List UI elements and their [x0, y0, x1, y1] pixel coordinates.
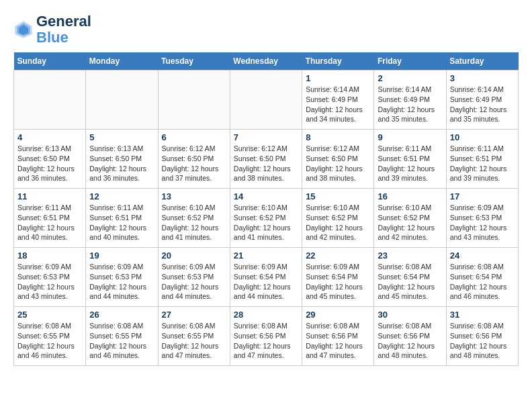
day-detail: Sunrise: 6:14 AM Sunset: 6:49 PM Dayligh… — [378, 85, 442, 124]
day-detail: Sunrise: 6:08 AM Sunset: 6:56 PM Dayligh… — [306, 321, 370, 361]
day-detail: Sunrise: 6:10 AM Sunset: 6:52 PM Dayligh… — [234, 203, 298, 242]
calendar-cell: 11Sunrise: 6:11 AM Sunset: 6:51 PM Dayli… — [14, 189, 86, 248]
weekday-header-thursday: Thursday — [302, 52, 374, 71]
calendar-cell: 18Sunrise: 6:09 AM Sunset: 6:53 PM Dayli… — [14, 248, 86, 307]
day-number: 31 — [450, 310, 515, 320]
logo-line1: General — [36, 13, 91, 30]
day-detail: Sunrise: 6:14 AM Sunset: 6:49 PM Dayligh… — [450, 85, 515, 124]
logo-icon — [13, 19, 34, 40]
calendar-cell: 29Sunrise: 6:08 AM Sunset: 6:56 PM Dayli… — [302, 307, 374, 366]
day-number: 30 — [378, 310, 442, 320]
day-number: 10 — [450, 132, 515, 142]
day-number: 16 — [378, 191, 442, 201]
day-detail: Sunrise: 6:13 AM Sunset: 6:50 PM Dayligh… — [17, 144, 82, 183]
calendar-cell: 1Sunrise: 6:14 AM Sunset: 6:49 PM Daylig… — [302, 71, 374, 130]
week-row-1: 1Sunrise: 6:14 AM Sunset: 6:49 PM Daylig… — [14, 71, 519, 130]
day-detail: Sunrise: 6:08 AM Sunset: 6:56 PM Dayligh… — [378, 321, 442, 361]
weekday-header-row: SundayMondayTuesdayWednesdayThursdayFrid… — [14, 52, 519, 71]
day-detail: Sunrise: 6:11 AM Sunset: 6:51 PM Dayligh… — [450, 144, 515, 183]
week-row-4: 18Sunrise: 6:09 AM Sunset: 6:53 PM Dayli… — [14, 248, 519, 307]
week-row-5: 25Sunrise: 6:08 AM Sunset: 6:55 PM Dayli… — [14, 307, 519, 366]
weekday-header-friday: Friday — [374, 52, 446, 71]
day-number: 3 — [450, 73, 515, 83]
calendar-cell: 8Sunrise: 6:12 AM Sunset: 6:50 PM Daylig… — [302, 130, 374, 189]
weekday-header-wednesday: Wednesday — [230, 52, 302, 71]
calendar-cell: 31Sunrise: 6:08 AM Sunset: 6:56 PM Dayli… — [446, 307, 518, 366]
day-detail: Sunrise: 6:13 AM Sunset: 6:50 PM Dayligh… — [89, 144, 154, 183]
day-number: 27 — [162, 310, 226, 320]
calendar-cell: 26Sunrise: 6:08 AM Sunset: 6:55 PM Dayli… — [86, 307, 158, 366]
calendar-cell: 9Sunrise: 6:11 AM Sunset: 6:51 PM Daylig… — [374, 130, 446, 189]
day-number: 1 — [306, 73, 370, 83]
day-number: 7 — [234, 132, 298, 142]
day-number: 6 — [162, 132, 226, 142]
day-detail: Sunrise: 6:09 AM Sunset: 6:53 PM Dayligh… — [89, 262, 154, 302]
calendar-cell: 4Sunrise: 6:13 AM Sunset: 6:50 PM Daylig… — [14, 130, 86, 189]
day-number: 11 — [17, 191, 82, 201]
day-number: 21 — [234, 250, 298, 261]
page-header: General Blue — [13, 13, 519, 46]
day-number: 4 — [17, 132, 82, 142]
calendar-cell: 10Sunrise: 6:11 AM Sunset: 6:51 PM Dayli… — [446, 130, 518, 189]
week-row-3: 11Sunrise: 6:11 AM Sunset: 6:51 PM Dayli… — [14, 189, 519, 248]
calendar-cell: 15Sunrise: 6:10 AM Sunset: 6:52 PM Dayli… — [302, 189, 374, 248]
day-number: 23 — [378, 250, 442, 261]
day-detail: Sunrise: 6:08 AM Sunset: 6:54 PM Dayligh… — [450, 262, 515, 302]
calendar-cell: 2Sunrise: 6:14 AM Sunset: 6:49 PM Daylig… — [374, 71, 446, 130]
day-detail: Sunrise: 6:09 AM Sunset: 6:54 PM Dayligh… — [234, 262, 298, 302]
day-detail: Sunrise: 6:09 AM Sunset: 6:53 PM Dayligh… — [17, 262, 82, 302]
day-detail: Sunrise: 6:08 AM Sunset: 6:56 PM Dayligh… — [234, 321, 298, 361]
day-detail: Sunrise: 6:08 AM Sunset: 6:55 PM Dayligh… — [162, 321, 226, 361]
day-detail: Sunrise: 6:11 AM Sunset: 6:51 PM Dayligh… — [89, 203, 154, 242]
day-detail: Sunrise: 6:09 AM Sunset: 6:53 PM Dayligh… — [162, 262, 226, 302]
day-detail: Sunrise: 6:08 AM Sunset: 6:54 PM Dayligh… — [378, 262, 442, 302]
day-number: 29 — [306, 310, 370, 320]
calendar-cell: 21Sunrise: 6:09 AM Sunset: 6:54 PM Dayli… — [230, 248, 302, 307]
day-number: 13 — [162, 191, 226, 201]
day-detail: Sunrise: 6:10 AM Sunset: 6:52 PM Dayligh… — [306, 203, 370, 242]
day-detail: Sunrise: 6:09 AM Sunset: 6:54 PM Dayligh… — [306, 262, 370, 302]
day-number: 12 — [89, 191, 154, 201]
logo-line2: Blue — [36, 29, 69, 46]
calendar-cell: 23Sunrise: 6:08 AM Sunset: 6:54 PM Dayli… — [374, 248, 446, 307]
calendar-cell: 22Sunrise: 6:09 AM Sunset: 6:54 PM Dayli… — [302, 248, 374, 307]
calendar-cell: 19Sunrise: 6:09 AM Sunset: 6:53 PM Dayli… — [86, 248, 158, 307]
calendar-cell: 24Sunrise: 6:08 AM Sunset: 6:54 PM Dayli… — [446, 248, 518, 307]
day-detail: Sunrise: 6:11 AM Sunset: 6:51 PM Dayligh… — [17, 203, 82, 242]
day-detail: Sunrise: 6:10 AM Sunset: 6:52 PM Dayligh… — [378, 203, 442, 242]
day-number: 14 — [234, 191, 298, 201]
weekday-header-tuesday: Tuesday — [158, 52, 230, 71]
day-detail: Sunrise: 6:12 AM Sunset: 6:50 PM Dayligh… — [234, 144, 298, 183]
calendar-cell: 20Sunrise: 6:09 AM Sunset: 6:53 PM Dayli… — [158, 248, 230, 307]
week-row-2: 4Sunrise: 6:13 AM Sunset: 6:50 PM Daylig… — [14, 130, 519, 189]
day-number: 18 — [17, 250, 82, 261]
calendar-table: SundayMondayTuesdayWednesdayThursdayFrid… — [13, 52, 519, 366]
day-number: 9 — [378, 132, 442, 142]
calendar-cell: 3Sunrise: 6:14 AM Sunset: 6:49 PM Daylig… — [446, 71, 518, 130]
day-detail: Sunrise: 6:14 AM Sunset: 6:49 PM Dayligh… — [306, 85, 370, 124]
calendar-cell: 16Sunrise: 6:10 AM Sunset: 6:52 PM Dayli… — [374, 189, 446, 248]
day-detail: Sunrise: 6:08 AM Sunset: 6:55 PM Dayligh… — [89, 321, 154, 361]
day-number: 24 — [450, 250, 515, 261]
calendar-cell: 13Sunrise: 6:10 AM Sunset: 6:52 PM Dayli… — [158, 189, 230, 248]
day-number: 2 — [378, 73, 442, 83]
day-number: 17 — [450, 191, 515, 201]
day-detail: Sunrise: 6:12 AM Sunset: 6:50 PM Dayligh… — [162, 144, 226, 183]
day-number: 19 — [89, 250, 154, 261]
calendar-cell: 27Sunrise: 6:08 AM Sunset: 6:55 PM Dayli… — [158, 307, 230, 366]
day-detail: Sunrise: 6:08 AM Sunset: 6:55 PM Dayligh… — [17, 321, 82, 361]
calendar-cell: 25Sunrise: 6:08 AM Sunset: 6:55 PM Dayli… — [14, 307, 86, 366]
calendar-cell: 14Sunrise: 6:10 AM Sunset: 6:52 PM Dayli… — [230, 189, 302, 248]
calendar-cell — [14, 71, 86, 130]
calendar-cell: 5Sunrise: 6:13 AM Sunset: 6:50 PM Daylig… — [86, 130, 158, 189]
day-number: 25 — [17, 310, 82, 320]
weekday-header-saturday: Saturday — [446, 52, 518, 71]
calendar-cell — [158, 71, 230, 130]
calendar-cell: 17Sunrise: 6:09 AM Sunset: 6:53 PM Dayli… — [446, 189, 518, 248]
calendar-cell — [230, 71, 302, 130]
day-detail: Sunrise: 6:10 AM Sunset: 6:52 PM Dayligh… — [162, 203, 226, 242]
day-detail: Sunrise: 6:09 AM Sunset: 6:53 PM Dayligh… — [450, 203, 515, 242]
weekday-header-sunday: Sunday — [14, 52, 86, 71]
calendar-cell: 7Sunrise: 6:12 AM Sunset: 6:50 PM Daylig… — [230, 130, 302, 189]
day-number: 22 — [306, 250, 370, 261]
